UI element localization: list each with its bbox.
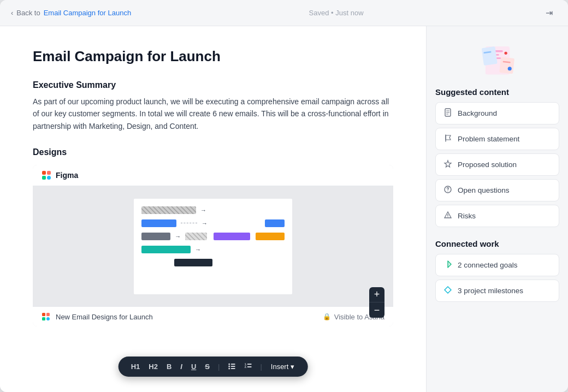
bar-1 [141,206,196,214]
main-content: Email Campaign for Launch Executive Summ… [0,26,568,392]
svg-rect-0 [42,171,46,175]
document-icon [443,108,452,118]
svg-rect-9 [230,364,235,365]
background-label: Background [458,109,497,117]
figma-label: Figma [56,171,78,180]
back-label: Back to [16,9,40,17]
h1-button[interactable]: H1 [128,361,143,372]
sidebar-item-problem-statement[interactable]: Problem statement [435,128,559,150]
svg-marker-33 [445,161,451,167]
svg-point-37 [447,216,448,217]
figma-footer: New Email Designs for Launch 🔒 Visible t… [33,306,393,326]
h2-button[interactable]: H2 [146,361,161,372]
sidebar-item-risks[interactable]: Risks [435,205,559,227]
app-window: ‹ Back to Email Campaign for Launch Save… [0,0,568,392]
svg-rect-4 [42,313,45,316]
strikethrough-button[interactable]: S [202,361,212,372]
lock-icon: 🔒 [323,313,331,320]
project-milestones-label: 3 project milestones [458,287,523,295]
bullet-list-icon [228,362,235,370]
problem-statement-label: Problem statement [458,135,519,143]
zoom-in-button[interactable]: + [369,287,384,302]
svg-rect-6 [42,317,45,320]
underline-button[interactable]: U [188,361,199,372]
sidebar-item-project-milestones[interactable]: 3 project milestones [435,280,559,302]
bar-4a [141,246,191,253]
svg-rect-13 [230,368,235,369]
svg-rect-15 [247,364,251,365]
numbered-list-icon: 1. 2. [244,362,252,370]
sidebar-illustration [435,39,559,79]
toolbar-divider: | [218,363,220,371]
formatting-toolbar: H1 H2 B I U S | [119,357,308,377]
exec-summary-heading: Executive Summary [33,80,393,90]
bar-3a [141,233,170,240]
suggested-content-illustration [476,39,519,79]
question-icon [443,185,452,195]
svg-text:2.: 2. [244,365,247,369]
embed-title: New Email Designs for Launch [56,313,153,321]
bar-3d [256,233,285,240]
italic-button[interactable]: I [177,361,185,372]
arrow-4: → [195,246,201,253]
editor-panel[interactable]: Email Campaign for Launch Executive Summ… [0,26,426,392]
svg-point-10 [228,366,230,367]
right-sidebar: Suggested content Background [426,26,568,392]
open-questions-label: Open questions [458,186,510,194]
bar-3c [214,233,250,240]
svg-rect-2 [42,176,46,180]
risks-label: Risks [458,212,476,220]
connected-work-title: Connected work [435,239,559,248]
figma-header: Figma [33,165,393,186]
svg-rect-24 [499,57,514,74]
figma-footer-left: New Email Designs for Launch [42,312,153,321]
bold-button[interactable]: B [164,361,174,372]
numbered-list-button[interactable]: 1. 2. [241,361,255,372]
top-bar: ‹ Back to Email Campaign for Launch Save… [0,0,568,26]
arrow-1: → [200,207,206,213]
milestones-icon [443,286,452,296]
bullet-list-button[interactable] [225,361,238,372]
bar-5 [174,259,212,266]
bar-3b [185,233,207,240]
svg-point-26 [507,67,511,70]
back-chevron-icon: ‹ [11,9,13,17]
sidebar-item-background[interactable]: Background [435,102,559,124]
svg-point-8 [228,364,230,365]
zoom-controls[interactable]: + − [369,287,384,318]
insert-button[interactable]: Insert ▾ [268,361,298,372]
collapse-sidebar-button[interactable]: ⇥ [541,5,557,20]
svg-point-35 [447,191,448,191]
figma-brand-icon [42,170,51,180]
toolbar-divider-2: | [260,363,262,371]
back-navigation[interactable]: ‹ Back to Email Campaign for Launch [11,9,131,17]
zoom-out-button[interactable]: − [369,302,384,318]
flag-icon [443,134,452,144]
proposed-solution-label: Proposed solution [458,161,517,169]
sidebar-item-open-questions[interactable]: Open questions [435,179,559,201]
svg-point-27 [504,52,507,55]
insert-chevron-icon: ▾ [291,363,294,371]
svg-rect-5 [46,313,50,316]
save-status: Saved • Just now [309,9,364,17]
exec-summary-body: As part of our upcoming product launch, … [33,96,393,132]
figma-canvas: → → → [33,186,393,306]
arrow-2: → [202,220,208,227]
svg-rect-11 [230,366,235,367]
arrow-3: → [175,233,181,240]
svg-rect-22 [481,46,497,66]
figma-embed: Figma → → [33,165,393,326]
connected-goals-label: 2 connected goals [458,261,518,269]
designs-heading: Designs [33,147,393,157]
star-icon [443,159,452,170]
sidebar-item-connected-goals[interactable]: 2 connected goals [435,254,559,276]
goals-icon [443,260,452,270]
back-link-text[interactable]: Email Campaign for Launch [44,9,131,17]
sidebar-item-proposed-solution[interactable]: Proposed solution [435,153,559,176]
dashed-line-1 [181,223,197,223]
svg-point-7 [46,317,50,320]
bar-2b [265,219,285,227]
svg-rect-17 [247,366,251,367]
figma-small-icon [42,312,50,321]
connected-work-section: Connected work 2 connected goals [435,239,559,305]
